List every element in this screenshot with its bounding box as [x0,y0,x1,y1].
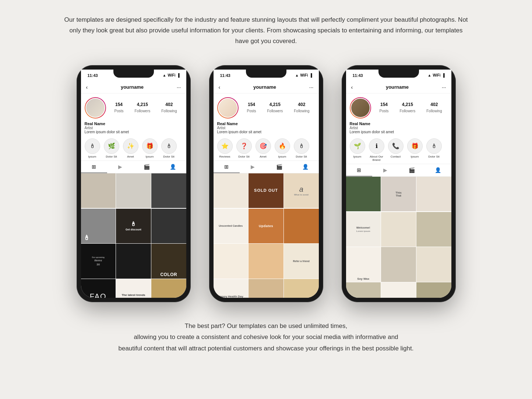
phone-3-bio: Real Name Artist Lorem ipsum dolor sit a… [346,121,451,136]
battery-icon-3: ▐ [442,73,444,77]
phone-1-tab-video[interactable]: ▶ [107,161,134,173]
phone-3-status-icons: ▲ WiFi ▐ [427,73,444,77]
phone-3-highlight-4[interactable]: 🎁 Ipsum [407,138,423,162]
phone-3-highlight-4-label: Ipsum [411,155,419,158]
phone-1-highlight-1-circle: 🕯 [85,138,100,154]
phone-2-followers-count: 4,215 [267,102,283,107]
bottom-description: The best part? Our templates can be used… [119,321,414,354]
phone-3-posts-count: 154 [379,102,388,107]
phone-3-highlight-5-label: Dolor Sit [428,155,440,158]
phone-1-grid: 🕯 🕯Get discount Our upcomingItems30 COLO… [81,173,186,298]
phone-1-cell-2 [116,173,151,208]
phone-2-tab-video[interactable]: ▶ [240,161,266,173]
phone-2-highlight-5-label: Dolor Sit [296,155,307,158]
phone-2-cell-3: aWhat to avoid [284,173,318,208]
phone-1-posts-count: 154 [114,102,123,107]
phone-2-highlight-1-label: Reviews [219,155,230,158]
phone-2-more-icon[interactable]: ··· [309,84,314,90]
phone-2-stats: 154 Posts 4,215 Followers 402 Following [242,102,315,114]
phone-2-posts-count: 154 [247,102,256,107]
phone-3-highlight-5[interactable]: 🕯 Dolor Sit [426,138,442,162]
phone-1-highlight-2[interactable]: 🌿 Dolor Sit [104,138,119,158]
phone-2-cell-11 [249,279,283,297]
phone-1-tab-reels[interactable]: 🎬 [134,161,160,173]
phone-2-status-bar: 11:43 ▲ WiFi ▐ [214,70,319,81]
phone-2-highlight-2-label: Dolor Sit [238,155,250,158]
phone-1-cell-1 [81,173,116,208]
phone-3-highlight-1[interactable]: 🌱 Ipsum [350,138,365,162]
phone-1-highlight-5[interactable]: 🕯 Dolor Sit [161,138,177,158]
phone-2-tab-tagged[interactable]: 👤 [292,161,319,173]
phone-2-following-label: Following [294,109,309,113]
phone-2-back-icon[interactable]: ‹ [219,84,221,90]
phone-3-avatar [350,97,371,119]
phone-2-cell-4: Unscented Candles [214,209,248,243]
phone-3-cell-11 [381,282,416,297]
phone-3-following-count: 402 [426,102,442,107]
phone-1-highlight-2-circle: 🌿 [104,138,119,154]
phone-1-bio-subtitle: Artist [85,126,183,130]
phone-3-highlight-2[interactable]: ℹ About Our Brand [369,138,384,162]
phone-2-highlight-1[interactable]: ⭐ Reviews [217,138,233,158]
phone-1-back-icon[interactable]: ‹ [86,84,88,90]
phone-3-tab-tagged[interactable]: 👤 [425,164,451,176]
phone-1-bio-name: Real Name [85,121,183,126]
phone-2-cell-5: Updates [249,209,283,243]
phone-3-tab-grid[interactable]: ⊞ [346,164,373,176]
phone-3-tab-reels[interactable]: 🎬 [399,164,425,176]
phone-3-cell-4: Welcome!Lorem ipsum [346,212,381,247]
phone-1-cell-6 [151,209,186,243]
phone-2-highlight-5[interactable]: 🕯 Dolor Sit [294,138,309,158]
phone-2-highlight-3[interactable]: 🎯 Amet [256,138,271,158]
phone-2-highlight-2[interactable]: ❓ Dolor Sit [236,138,252,158]
phone-1-profile-stats: 154 Posts 4,215 Followers 402 Following [81,93,186,121]
phone-1-bio-text: Lorem ipsum dolor sit amet [85,130,183,134]
phone-1-time: 11:43 [88,73,98,78]
phone-3-cell-5 [381,212,416,247]
phone-3-back-icon[interactable]: ‹ [351,84,353,90]
phone-1-cell-9: COLOR [151,244,186,278]
phone-1-cell-3 [151,173,186,208]
phone-1-highlight-1[interactable]: 🕯 Ipsum [85,138,100,158]
phone-1-username: yourname [121,84,144,90]
phone-1: 11:43 ▲ WiFi ▐ ‹ yourname ··· [77,65,191,302]
phone-2-highlight-1-circle: ⭐ [217,138,233,154]
phone-1-highlight-4-label: Ipsum [146,155,154,158]
battery-icon: ▐ [177,73,179,77]
phone-1-cell-10: FAQ [81,279,116,297]
phone-3-tab-video[interactable]: ▶ [372,164,399,176]
phone-3-highlight-3-label: Contact [391,155,401,158]
phone-3-cell-10 [346,282,381,297]
phone-2-highlight-4[interactable]: 🔥 Ipsum [275,138,290,158]
wifi-icon-3: WiFi [433,73,440,77]
phone-3-highlight-3[interactable]: 📞 Contact [388,138,404,162]
phone-1-status-icons: ▲ WiFi ▐ [162,73,179,77]
phone-2-grid: SOLD OUT aWhat to avoid Unscented Candle… [214,173,319,298]
phone-2-highlight-4-label: Ipsum [278,155,286,158]
phone-2-avatar [217,97,239,119]
phone-3-bio-text: Lorem ipsum dolor sit amet [350,130,448,134]
phone-1-tab-grid[interactable]: ⊞ [81,161,108,173]
phone-3-highlight-2-circle: ℹ [369,138,384,154]
phone-1-more-icon[interactable]: ··· [177,84,181,90]
phone-2-cell-1 [214,173,248,208]
phone-1-highlight-4[interactable]: 🎁 Ipsum [142,138,158,158]
phone-2-tab-reels[interactable]: 🎬 [266,161,293,173]
phone-3: 11:43 ▲ WiFi ▐ ‹ yourname ··· [342,65,456,302]
phone-1-stats: 154 Posts 4,215 Followers 402 Following [109,102,183,114]
phone-2-highlight-2-circle: ❓ [236,138,252,154]
phone-2-tab-grid[interactable]: ⊞ [214,161,240,173]
wifi-icon-2: WiFi [300,73,308,77]
phone-1-tabs: ⊞ ▶ 🎬 👤 [81,160,186,173]
phone-1-avatar [85,97,106,119]
phone-1-cell-4: 🕯 [81,209,116,243]
phone-2-highlights: ⭐ Reviews ❓ Dolor Sit 🎯 Amet 🔥 Ipsum [214,136,319,160]
phone-1-tab-tagged[interactable]: 👤 [160,161,186,173]
phone-3-highlight-3-circle: 📞 [388,138,404,154]
signal-icon-3: ▲ [427,73,431,77]
phone-2-cell-10: Happy Health Day [214,279,248,297]
phone-1-highlight-3[interactable]: ✨ Amet [123,138,138,158]
phone-1-highlight-1-label: Ipsum [88,155,96,158]
phone-3-more-icon[interactable]: ··· [442,84,446,90]
phone-2-avatar-inner [218,98,238,118]
